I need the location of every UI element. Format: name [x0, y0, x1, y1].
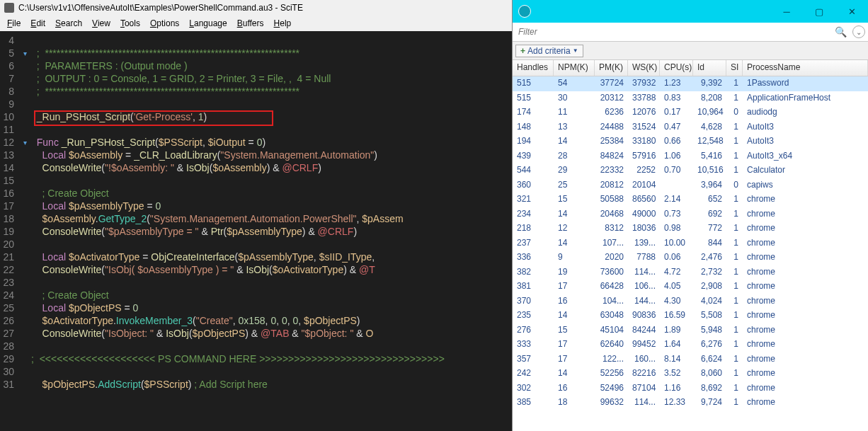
grid-body[interactable]: 5155437724379321.239,39211Password515302… [513, 76, 868, 431]
expand-toggle-icon[interactable]: ⌄ [852, 25, 865, 38]
cell: 9 [554, 251, 595, 265]
cell: 107... [595, 236, 628, 251]
table-row[interactable]: 2421452256822163.528,0601chrome [513, 367, 868, 381]
cell: 63048 [595, 309, 628, 323]
cell: 2020 [595, 251, 628, 265]
column-header-id[interactable]: Id [693, 60, 726, 76]
line-number: 17 [0, 200, 18, 212]
menu-options[interactable]: Options [146, 17, 183, 30]
fold-cell [18, 365, 31, 378]
cell: 106... [628, 280, 660, 294]
cell: chrome [743, 207, 868, 222]
fold-cell [18, 34, 31, 47]
fold-cell [18, 289, 31, 301]
table-row[interactable]: 23514630489083616.595,5081chrome [513, 309, 868, 323]
cell: 148 [513, 120, 554, 135]
add-criteria-button[interactable]: + Add criteria ▼ [515, 45, 583, 57]
column-header-npmk[interactable]: NPM(K) [554, 60, 595, 76]
minimize-button[interactable]: ─ [770, 0, 803, 23]
cell: 4.30 [660, 294, 693, 309]
menu-view[interactable]: View [88, 17, 115, 30]
cell: 4.05 [660, 280, 693, 294]
fold-cell [18, 378, 31, 391]
cell: 357 [513, 352, 554, 367]
menu-edit[interactable]: Edit [26, 17, 50, 30]
cell: 16 [554, 294, 595, 309]
column-header-handles[interactable]: Handles [513, 60, 554, 76]
filter-row: 🔍 ⌄ [513, 23, 868, 42]
editor-pane: C:\Users\v1v1\OffensiveAutoIt\Examples\P… [0, 0, 512, 431]
cell: 1 [726, 91, 743, 106]
cell: 234 [513, 207, 554, 222]
code-content[interactable]: ; **************************************… [31, 31, 512, 431]
column-header-si[interactable]: SI [726, 60, 743, 76]
cell: 1 [726, 352, 743, 367]
cell: 87104 [628, 381, 660, 396]
table-row[interactable]: 3821973600114...4.722,7321chrome [513, 265, 868, 280]
table-row[interactable]: 3369202077880.062,4761chrome [513, 251, 868, 265]
table-row[interactable]: 5153020312337880.838,2081ApplicationFram… [513, 91, 868, 106]
table-row[interactable]: 35717122...160...8.146,6241chrome [513, 352, 868, 367]
table-row[interactable]: 23714107...139...10.008441chrome [513, 236, 868, 251]
cell: 1 [726, 294, 743, 309]
cell: AutoIt3_x64 [743, 149, 868, 164]
cell: chrome [743, 265, 868, 280]
table-row[interactable]: 3851899632114...12.339,7241chrome [513, 396, 868, 410]
cell: 14 [554, 309, 595, 323]
cell: 17 [554, 352, 595, 367]
table-row[interactable]: 37016104...144...4.304,0241chrome [513, 294, 868, 309]
close-button[interactable]: ✕ [835, 0, 868, 23]
cell: 11 [554, 105, 595, 120]
cell: 15 [554, 192, 595, 207]
cell: 28 [554, 149, 595, 164]
filter-input[interactable] [515, 25, 832, 38]
table-row[interactable]: 174116236120760.1710,9640audiodg [513, 105, 868, 120]
maximize-button[interactable]: ▢ [803, 0, 835, 23]
cell: 0.83 [660, 91, 693, 106]
table-row[interactable]: 3811766428106...4.052,9081chrome [513, 280, 868, 294]
menu-language[interactable]: Language [185, 17, 231, 30]
cell: 17 [554, 280, 595, 294]
menu-tools[interactable]: Tools [116, 17, 144, 30]
cell: 218 [513, 222, 554, 236]
table-row[interactable]: 1481324488315240.474,6281AutoIt3 [513, 120, 868, 135]
table-row[interactable]: 1941425384331800.6612,5481AutoIt3 [513, 134, 868, 149]
table-row[interactable]: 218128312180360.987721chrome [513, 222, 868, 236]
menu-search[interactable]: Search [51, 17, 86, 30]
table-row[interactable]: 3021652496871041.168,6921chrome [513, 381, 868, 396]
cell: 8.14 [660, 352, 693, 367]
cell: 90836 [628, 309, 660, 323]
fold-cell [18, 174, 31, 187]
line-number: 4 [0, 34, 18, 47]
table-row[interactable]: 4392884824579161.065,4161AutoIt3_x64 [513, 149, 868, 164]
cell: 20104 [628, 178, 660, 193]
column-header-processname[interactable]: ProcessName [743, 60, 868, 76]
line-number: 24 [0, 289, 18, 301]
window-title: C:\Users\v1v1\OffensiveAutoIt\Examples\P… [18, 3, 303, 13]
cell: 33788 [628, 91, 660, 106]
cell: 1 [726, 265, 743, 280]
cell: 2252 [628, 163, 660, 178]
menu-help[interactable]: Help [270, 17, 296, 30]
cell: 9,724 [693, 396, 726, 410]
table-row[interactable]: 2761545104842441.895,9481chrome [513, 323, 868, 338]
table-row[interactable]: 544292233222520.7010,5161Calculator [513, 163, 868, 178]
table-row[interactable]: 3331762640994521.646,2761chrome [513, 338, 868, 352]
table-row[interactable]: 5155437724379321.239,39211Password [513, 76, 868, 91]
search-icon[interactable]: 🔍 [832, 26, 850, 38]
column-header-cpus[interactable]: CPU(s) [660, 60, 693, 76]
line-number: 23 [0, 276, 18, 289]
table-row[interactable]: 3602520812201043,9640capiws [513, 178, 868, 193]
cell: 49000 [628, 207, 660, 222]
column-header-pmk[interactable]: PM(K) [595, 60, 628, 76]
column-header-wsk[interactable]: WS(K) [628, 60, 660, 76]
fold-cell: ▾ [18, 47, 31, 59]
cell: Calculator [743, 163, 868, 178]
table-row[interactable]: 2341420468490000.736921chrome [513, 207, 868, 222]
line-number: 16 [0, 187, 18, 200]
table-row[interactable]: 3211550588865602.146521chrome [513, 192, 868, 207]
menu-file[interactable]: File [3, 17, 25, 30]
cell: 1 [726, 280, 743, 294]
menu-buffers[interactable]: Buffers [233, 17, 268, 30]
cell: 54 [554, 76, 595, 91]
